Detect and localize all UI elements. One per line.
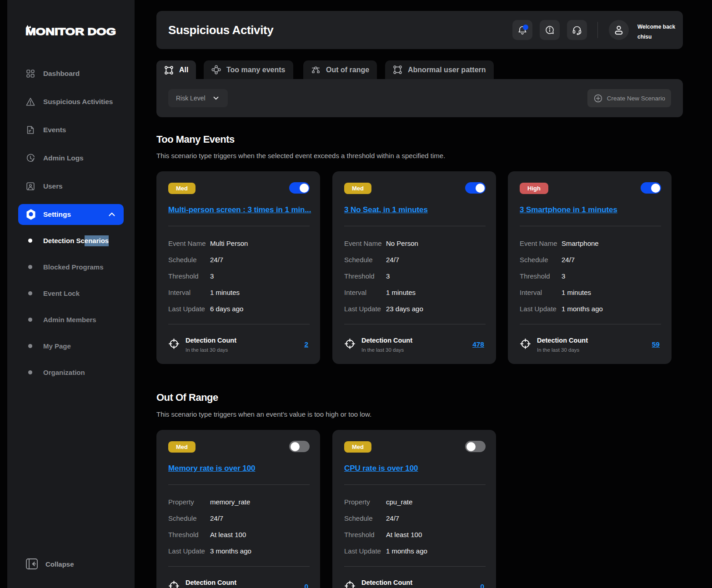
svg-text:MONITOR DOG: MONITOR DOG (25, 26, 116, 37)
